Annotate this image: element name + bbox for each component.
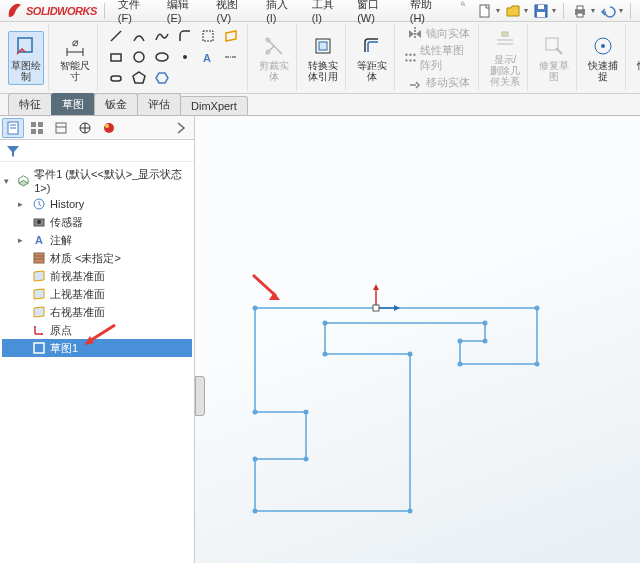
filter-icon[interactable] — [4, 142, 22, 160]
undo-icon[interactable] — [599, 2, 617, 20]
feature-tree-icon[interactable] — [2, 118, 24, 138]
config-mgr-icon[interactable] — [50, 118, 72, 138]
move-button[interactable]: 移动实体 — [406, 74, 471, 91]
svg-point-17 — [134, 52, 144, 62]
menu-window[interactable]: 窗口(W) — [351, 0, 402, 26]
feature-manager-panel: ▾零件1 (默认<<默认>_显示状态 1>) ▸History 传感器 ▸A注解… — [0, 116, 195, 563]
hexagon-icon[interactable] — [152, 69, 172, 87]
pattern-button[interactable]: 线性草图阵列 — [403, 42, 474, 74]
svg-rect-5 — [537, 12, 545, 17]
display-mgr-icon[interactable] — [98, 118, 120, 138]
quicksnap-button[interactable]: 快速捕捉 — [585, 32, 621, 84]
new-icon[interactable] — [476, 2, 494, 20]
convert-button[interactable]: 转换实体引用 — [305, 32, 341, 84]
line-icon[interactable] — [106, 27, 126, 45]
svg-point-66 — [105, 124, 109, 128]
svg-point-80 — [304, 457, 309, 462]
svg-rect-76 — [34, 343, 44, 353]
polygon-icon[interactable] — [129, 69, 149, 87]
slot-icon[interactable] — [106, 69, 126, 87]
print-icon[interactable] — [571, 2, 589, 20]
menu-edit[interactable]: 编辑(E) — [161, 0, 209, 26]
text-icon[interactable]: A — [198, 48, 218, 66]
menu-help[interactable]: 帮助(H) — [404, 0, 452, 26]
svg-point-88 — [483, 339, 488, 344]
search-icon[interactable] — [454, 0, 472, 13]
graphics-area[interactable] — [195, 116, 640, 563]
svg-point-78 — [253, 410, 258, 415]
svg-point-82 — [253, 509, 258, 514]
tree-top-plane[interactable]: 上视基准面 — [2, 285, 192, 303]
command-tabs: 特征 草图 钣金 评估 DimXpert — [0, 94, 640, 116]
arc-icon[interactable] — [129, 27, 149, 45]
svg-point-32 — [413, 53, 415, 55]
tree-sensors[interactable]: 传感器 — [2, 213, 192, 231]
fillet-icon[interactable] — [175, 27, 195, 45]
svg-point-84 — [408, 352, 413, 357]
sketch-tools-grid: A — [106, 27, 243, 89]
tree-front-plane[interactable]: 前视基准面 — [2, 267, 192, 285]
svg-rect-16 — [111, 54, 121, 61]
spline-icon[interactable] — [152, 27, 172, 45]
tree-material[interactable]: 材质 <未指定> — [2, 249, 192, 267]
svg-text:A: A — [203, 52, 211, 64]
ellipse-icon[interactable] — [152, 48, 172, 66]
menu-file[interactable]: 文件(F) — [112, 0, 159, 26]
svg-point-77 — [253, 306, 258, 311]
trim-button[interactable]: 剪裁实体 — [256, 32, 292, 84]
svg-point-33 — [405, 59, 407, 61]
sketch-origin-icon — [373, 284, 400, 311]
offset-button[interactable]: 等距实体 — [354, 32, 390, 84]
svg-point-31 — [409, 53, 411, 55]
svg-marker-24 — [156, 73, 168, 83]
rect-select-icon[interactable] — [198, 27, 218, 45]
menu-view[interactable]: 视图(V) — [210, 0, 258, 26]
tree-sketch1[interactable]: 草图1 — [2, 339, 192, 357]
tree-origin[interactable]: 原点 — [2, 321, 192, 339]
dimxpert-mgr-icon[interactable] — [74, 118, 96, 138]
svg-rect-58 — [31, 129, 36, 134]
tab-sheetmetal[interactable]: 钣金 — [94, 93, 138, 115]
svg-rect-95 — [373, 305, 379, 311]
save-icon[interactable] — [532, 2, 550, 20]
svg-point-18 — [156, 53, 168, 61]
tree-annotations[interactable]: ▸A注解 — [2, 231, 192, 249]
tab-dimxpert[interactable]: DimXpert — [180, 96, 248, 115]
main-menu: 文件(F) 编辑(E) 视图(V) 插入(I) 工具(I) 窗口(W) 帮助(H… — [112, 0, 472, 26]
svg-rect-15 — [203, 31, 213, 41]
tree-history[interactable]: ▸History — [2, 195, 192, 213]
svg-rect-2 — [480, 5, 489, 17]
centerline-icon[interactable] — [221, 48, 241, 66]
svg-point-89 — [458, 339, 463, 344]
rectangle-icon[interactable] — [106, 48, 126, 66]
sketch-button[interactable]: 草图绘制 — [8, 31, 44, 85]
tree-root[interactable]: ▾零件1 (默认<<默认>_显示状态 1>) — [2, 166, 192, 195]
svg-text:A: A — [35, 234, 43, 246]
svg-point-19 — [183, 55, 187, 59]
smart-dimension-button[interactable]: ⌀ 智能尺寸 — [57, 32, 93, 84]
rapid-sketch-button[interactable]: 快速草图 — [634, 32, 640, 84]
tab-sketch[interactable]: 草图 — [51, 93, 95, 115]
point-icon[interactable] — [175, 48, 195, 66]
tab-evaluate[interactable]: 评估 — [137, 93, 181, 115]
property-mgr-icon[interactable] — [26, 118, 48, 138]
panel-collapse-grip[interactable] — [195, 376, 205, 416]
svg-rect-59 — [38, 129, 43, 134]
svg-rect-60 — [56, 123, 66, 133]
tree-right-plane[interactable]: 右视基准面 — [2, 303, 192, 321]
svg-rect-56 — [31, 122, 36, 127]
app-brand: SOLIDWORKS — [26, 5, 97, 17]
menu-tools[interactable]: 工具(I) — [306, 0, 350, 26]
tab-feature[interactable]: 特征 — [8, 93, 52, 115]
svg-rect-7 — [577, 6, 583, 10]
circle-icon[interactable] — [129, 48, 149, 66]
plane-icon[interactable] — [221, 27, 241, 45]
open-icon[interactable] — [504, 2, 522, 20]
relations-button[interactable]: 显示/删除几何关系 — [487, 26, 523, 89]
mirror-button[interactable]: 镜向实体 — [406, 25, 471, 42]
svg-point-79 — [304, 410, 309, 415]
app-logo: SOLIDWORKS — [6, 2, 97, 20]
panel-next-icon[interactable] — [170, 118, 192, 138]
menu-insert[interactable]: 插入(I) — [260, 0, 304, 26]
repair-button[interactable]: 修复草图 — [536, 32, 572, 84]
